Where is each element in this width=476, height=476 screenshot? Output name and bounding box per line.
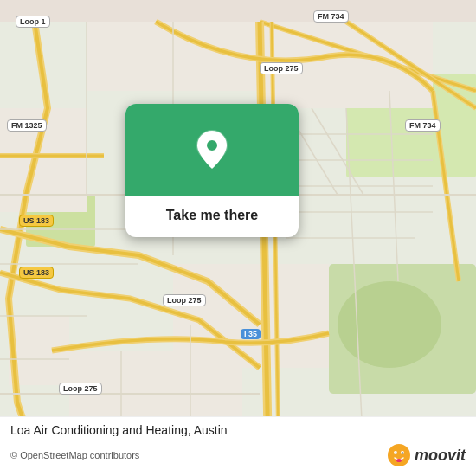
map-background [0, 0, 476, 476]
badge-loop275-bottom: Loop 275 [59, 383, 102, 395]
moovit-icon [387, 443, 411, 467]
badge-us183-left: US 183 [19, 215, 54, 227]
badge-i35: I 35 [241, 329, 261, 339]
badge-fm734-right: FM 734 [405, 119, 441, 132]
svg-point-50 [396, 459, 402, 462]
badge-fm1325: FM 1325 [7, 119, 47, 132]
badge-loop275-mid: Loop 275 [163, 294, 206, 306]
card-green-header [125, 104, 299, 196]
location-name: Loa Air Conditioning and Heating, Austin [10, 423, 228, 437]
moovit-text: moovit [415, 447, 466, 465]
map-attribution: © OpenStreetMap contributors [10, 450, 139, 460]
take-me-there-card[interactable]: Take me there [125, 104, 299, 237]
location-pin-icon [191, 128, 233, 175]
bottom-bar: © OpenStreetMap contributors moovit [0, 436, 476, 476]
badge-loop1: Loop 1 [16, 16, 50, 28]
badge-fm734-top: FM 734 [313, 10, 349, 23]
moovit-logo: moovit [387, 443, 466, 467]
svg-point-48 [395, 453, 396, 454]
badge-loop275-top: Loop 275 [260, 62, 303, 74]
svg-point-49 [402, 453, 403, 454]
take-me-there-label[interactable]: Take me there [125, 196, 299, 237]
badge-us183-left2: US 183 [19, 267, 54, 279]
svg-point-45 [388, 444, 410, 466]
svg-point-44 [207, 140, 217, 151]
map-container: Loop 1 FM 1325 FM 734 FM 734 Loop 275 US… [0, 0, 476, 476]
svg-point-3 [338, 281, 441, 368]
